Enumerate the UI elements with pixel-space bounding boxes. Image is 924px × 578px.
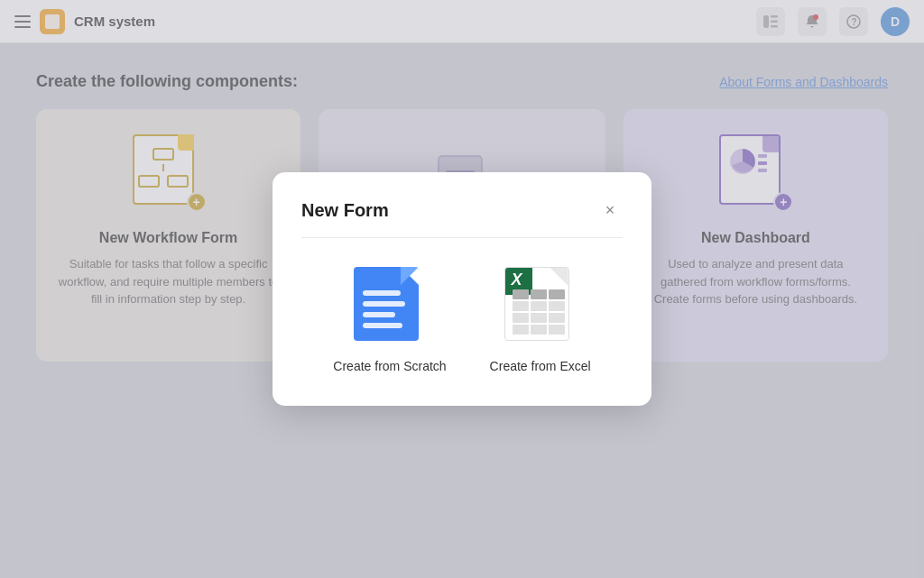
create-from-excel-label: Create from Excel bbox=[490, 359, 591, 373]
create-from-excel-icon: X bbox=[504, 267, 577, 346]
create-from-scratch-icon bbox=[354, 267, 426, 346]
modal-divider bbox=[301, 237, 623, 238]
modal-title: New Form bbox=[301, 200, 389, 221]
create-from-excel-option[interactable]: X bbox=[490, 267, 591, 373]
create-from-scratch-option[interactable]: Create from Scratch bbox=[333, 267, 446, 373]
new-form-modal: New Form × bbox=[273, 172, 651, 406]
create-from-scratch-label: Create from Scratch bbox=[333, 359, 446, 373]
modal-close-button[interactable]: × bbox=[597, 197, 623, 223]
modal-overlay[interactable]: New Form × bbox=[0, 0, 924, 578]
modal-header: New Form × bbox=[301, 197, 623, 223]
modal-options: Create from Scratch X bbox=[301, 267, 623, 373]
